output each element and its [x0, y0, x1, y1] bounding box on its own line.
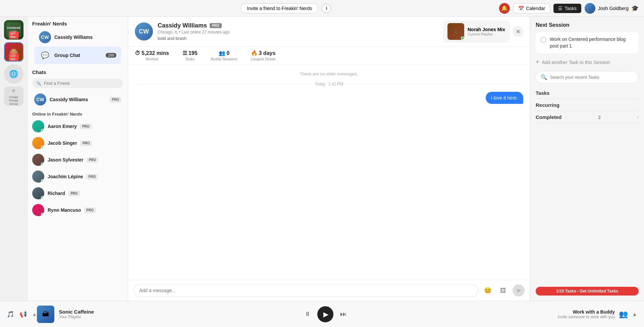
close-chat-button[interactable]: ✕: [513, 26, 523, 37]
online-user-aaron[interactable]: Aaron Emery PRO: [28, 118, 128, 135]
aaron-online-dot: [41, 129, 44, 132]
notification-button[interactable]: 🔔: [499, 3, 510, 14]
pause-button[interactable]: ⏸: [305, 311, 311, 318]
create-group-button[interactable]: + Create Private Group: [4, 86, 23, 106]
aaron-name: Aaron Emery: [48, 124, 77, 129]
music-text: Sonic Caffeine Your Playlist: [59, 309, 94, 319]
send-button[interactable]: ➤: [513, 284, 525, 297]
search-tasks-input[interactable]: [550, 75, 634, 80]
chevron-right-icon: ›: [637, 115, 639, 120]
top-bar-center: Invite a friend to Freakin' Nerds ℹ: [240, 3, 331, 13]
buddy-text: Work with a Buddy Invite someone to work…: [557, 309, 615, 319]
chat-header-name: Cassidy Williams PRO: [158, 22, 230, 29]
add-task-button[interactable]: + Add another Task to this Session: [536, 57, 639, 67]
buddy-icon-button[interactable]: 👥: [619, 310, 628, 319]
main-chat: CW Cassidy Williams PRO Chicago, IL • La…: [128, 17, 530, 301]
image-button[interactable]: 🖼: [497, 284, 509, 297]
online-user-rynn[interactable]: Rynn Mancuso PRO: [28, 202, 128, 218]
user-avatar: [585, 3, 595, 14]
buddy-title: Work with a Buddy: [557, 309, 615, 315]
unlimited-tasks-button[interactable]: 1/10 Tasks - Get Unlimited Tasks: [536, 287, 639, 296]
live-badge-2: 122 live: [9, 54, 18, 61]
online-user-jacob[interactable]: Jacob Singer PRO: [28, 135, 128, 151]
chat-header: CW Cassidy Williams PRO Chicago, IL • La…: [128, 17, 530, 47]
cassidy-chat-avatar: CW: [39, 31, 51, 43]
chats-header: Chats: [28, 67, 128, 76]
joachim-pro-badge: PRO: [87, 174, 98, 179]
no-older-messages: There are no older messages.: [135, 71, 523, 76]
globe-button[interactable]: 🌐: [4, 64, 23, 84]
playlist-name: Norah Jones Mix: [468, 27, 505, 32]
expand-buddy-button[interactable]: ▲: [632, 311, 637, 317]
cassidy-chat-text: Cassidy Williams: [54, 35, 116, 40]
bottom-bar: 🎵 📢 ▲ 🏔 Sonic Caffeine Your Playlist ⏸ ▶…: [0, 301, 644, 327]
cassidy-pro-badge: PRO: [110, 97, 121, 102]
emoji-button[interactable]: 😊: [482, 284, 494, 297]
stat-streak: 🔥 3 days Longest Streak: [251, 50, 275, 61]
info-button[interactable]: ℹ: [322, 4, 331, 13]
completed-label: Completed: [536, 114, 562, 120]
tasks-section-recurring[interactable]: Recurring: [536, 100, 639, 111]
chat-header-info: Cassidy Williams PRO Chicago, IL • Last …: [158, 22, 230, 41]
cassidy-pro-chat-item[interactable]: CW Cassidy Williams PRO: [30, 91, 126, 108]
sidebar-item-active[interactable]: 🙈 122 live: [4, 42, 23, 62]
group-chat-name: Group Chat: [54, 53, 102, 58]
message-input[interactable]: [133, 284, 478, 297]
jacob-avatar: [32, 137, 44, 149]
cassidy-pro-name: Cassidy Williams: [50, 97, 106, 102]
group-section: Freakin' Nerds CW Cassidy Williams 💬 Gro…: [28, 17, 128, 67]
online-users-list: Aaron Emery PRO Jacob Singer PRO Jason S…: [28, 118, 128, 218]
next-button[interactable]: ⏭: [340, 310, 347, 318]
calendar-icon: 📅: [518, 6, 524, 11]
online-user-jason[interactable]: Jason Sylvester PRO: [28, 151, 128, 168]
collapse-music-button[interactable]: ▲: [32, 312, 37, 317]
cassidy-pro-avatar: CW: [34, 93, 46, 106]
online-user-richard[interactable]: Richard PRO: [28, 185, 128, 202]
user-area[interactable]: Josh Goldberg 🎓: [585, 3, 639, 14]
playlist-online-dot: [461, 37, 464, 40]
group-chat-item[interactable]: 💬 Group Chat 299: [34, 47, 121, 64]
tasks-section-completed[interactable]: Completed 2 ›: [536, 112, 639, 123]
invite-button[interactable]: Invite a friend to Freakin' Nerds: [240, 3, 318, 13]
stat-tasks-label: Tasks: [185, 57, 195, 61]
stat-buddy: 👥 0 Buddy Sessions: [211, 50, 237, 61]
playlist-info: Norah Jones Mix Current Playlist: [468, 27, 505, 36]
volume-button[interactable]: 📢: [19, 311, 27, 318]
left-sidebar: CenteredLive 327 live 🙈 122 live 🌐 + Cre…: [0, 17, 28, 301]
message-bubble: I love it here.: [486, 92, 523, 104]
aaron-pro-badge: PRO: [80, 124, 92, 129]
online-section-header: Online in Freakin' Nerds: [28, 109, 128, 118]
group-chat-icon: 💬: [39, 49, 51, 61]
user-name: Josh Goldberg: [598, 6, 629, 11]
music-playback: ⏸ ▶ ⏭: [94, 306, 557, 322]
jason-name: Jason Sylvester: [48, 157, 84, 162]
stat-mins-label: Worked: [146, 57, 158, 61]
chat-header-left: CW Cassidy Williams PRO Chicago, IL • La…: [135, 22, 230, 41]
music-info: 🏔 Sonic Caffeine Your Playlist: [37, 306, 94, 323]
search-tasks[interactable]: 🔍: [536, 71, 639, 83]
playlist-card: 🎵 Norah Jones Mix Current Playlist: [443, 20, 510, 43]
online-user-joachim[interactable]: Joachim Lépine PRO: [28, 168, 128, 185]
stat-tasks: ☰ 195 Tasks: [182, 50, 198, 61]
calendar-button[interactable]: 📅 Calendar: [513, 3, 550, 13]
tasks-button[interactable]: ☰ Tasks: [553, 4, 581, 13]
cassidy-chat-item[interactable]: CW Cassidy Williams: [34, 28, 121, 46]
stat-tasks-value: ☰ 195: [182, 50, 198, 56]
rynn-avatar: [32, 204, 44, 216]
play-icon: ▶: [323, 310, 328, 318]
music-note-button[interactable]: 🎵: [7, 311, 14, 318]
cassidy-chat-name: Cassidy Williams: [54, 35, 116, 40]
richard-avatar: [32, 187, 44, 199]
stat-streak-value: 🔥 3 days: [251, 50, 276, 56]
tasks-section: Tasks Recurring Completed 2 ›: [536, 87, 639, 123]
rynn-online-dot: [41, 213, 44, 216]
add-task-label: Add another Task to this Session: [542, 60, 610, 65]
richard-online-dot: [41, 196, 44, 199]
tasks-section-tasks[interactable]: Tasks: [536, 87, 639, 99]
search-input[interactable]: [44, 81, 119, 86]
search-bar[interactable]: 🔍: [32, 78, 123, 88]
task-checkbox[interactable]: [540, 37, 546, 43]
play-button[interactable]: ▶: [317, 306, 333, 322]
sidebar-item-freakin-nerds[interactable]: CenteredLive 327 live: [4, 20, 23, 40]
rynn-name: Rynn Mancuso: [48, 207, 81, 213]
